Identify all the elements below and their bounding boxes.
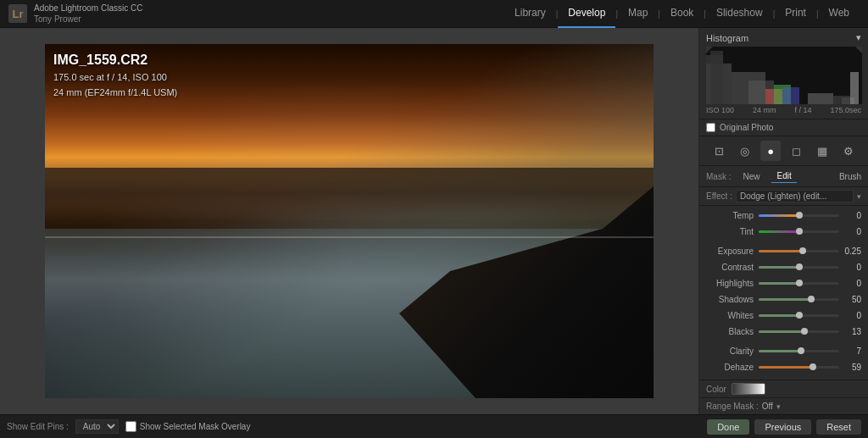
histogram-title: Histogram [706,33,748,43]
slider-tint-value: 0 [839,227,861,236]
tool-spot[interactable]: ◎ [735,141,755,161]
app-branding: Lr Adobe Lightroom Classic CC Tony Prowe… [8,3,142,25]
slider-shadows-value: 50 [839,295,861,304]
done-button[interactable]: Done [707,419,749,435]
effect-value[interactable]: Dodge (Lighten) (edit... [736,190,854,202]
histogram-stats: ISO 100 24 mm f / 14 175.0sec [706,106,861,114]
slider-blacks-label: Blacks [706,327,759,336]
slider-clarity-value: 7 [839,347,861,356]
slider-whites: Whites 0 [706,308,861,322]
tool-settings[interactable]: ⚙ [838,141,859,161]
nav-tabs: Library | Develop | Map | Book | Slidesh… [504,0,860,28]
slider-clarity-track[interactable] [759,350,839,352]
range-mask-row: Range Mask : Off ▾ [699,397,868,414]
slider-dehaze-label: Dehaze [706,363,759,372]
slider-highlights-value: 0 [839,279,861,288]
original-photo-checkbox[interactable] [706,123,715,132]
slider-tint-label: Tint [706,227,759,236]
tool-graduated[interactable]: ▦ [812,141,832,161]
sliders-section: Temp 0 Tint 0 Exposure [699,206,868,380]
histogram-section: Histogram ▾ [699,28,868,119]
range-mask-label: Range Mask : [706,402,759,411]
slider-clarity-label: Clarity [706,347,759,356]
slider-whites-track[interactable] [759,314,839,317]
slider-tint-track[interactable] [759,230,839,233]
tab-book[interactable]: Book [660,0,704,28]
slider-blacks-value: 13 [839,327,861,336]
svg-rect-12 [782,87,799,104]
slider-contrast-track[interactable] [759,266,839,269]
edit-pins-label: Show Edit Pins : [7,422,69,431]
slider-dehaze: Dehaze 59 [706,360,861,374]
slider-highlights-label: Highlights [706,279,759,288]
original-photo-row: Original Photo [699,119,868,136]
tab-library[interactable]: Library [504,0,556,28]
svg-rect-7 [710,51,723,104]
slider-highlights: Highlights 0 [706,276,861,290]
color-row: Color [699,380,868,397]
slider-temp-value: 0 [839,211,861,220]
slider-highlights-track[interactable] [759,282,839,285]
slider-shadows-track[interactable] [759,298,839,301]
mask-brush[interactable]: Brush [839,172,861,181]
slider-temp-track[interactable] [759,214,839,217]
svg-rect-16 [850,72,859,104]
tab-map[interactable]: Map [618,0,658,28]
histogram-chevron[interactable]: ▾ [856,32,861,43]
photo-filename: IMG_1559.CR2 [53,53,177,68]
bottom-left: Show Edit Pins : Auto Show Selected Mask… [7,419,250,434]
tab-develop[interactable]: Develop [558,0,615,28]
slider-blacks: Blacks 13 [706,324,861,338]
mask-tab-new[interactable]: New [737,170,765,183]
bottom-bar: Show Edit Pins : Auto Show Selected Mask… [0,414,868,438]
mask-overlay-label: Show Selected Mask Overlay [140,422,251,431]
mask-tab-edit[interactable]: Edit [771,169,796,183]
tool-redeye[interactable]: ◻ [787,141,807,161]
tool-crop[interactable]: ⊡ [709,141,729,161]
slider-tint: Tint 0 [706,225,861,238]
slider-dehaze-track[interactable] [759,366,839,369]
effect-dropdown[interactable]: ▾ [857,192,861,201]
slider-shadows-label: Shadows [706,295,759,304]
hist-iso: ISO 100 [706,106,734,114]
right-panel: Histogram ▾ [698,28,868,414]
photo-area: IMG_1559.CR2 175.0 sec at f / 14, ISO 10… [0,28,698,414]
slider-clarity: Clarity 7 [706,344,861,358]
user-name: Tony Prower [34,14,142,25]
hist-focal: 24 mm [753,106,776,114]
slider-blacks-track[interactable] [759,330,839,333]
histogram-header: Histogram ▾ [706,32,861,43]
tab-print[interactable]: Print [775,0,816,28]
color-label: Color [706,385,726,394]
slider-temp: Temp 0 [706,208,861,222]
slider-exposure-label: Exposure [706,247,759,256]
range-mask-dropdown[interactable]: ▾ [776,402,781,411]
mask-tabs: Mask : New Edit Brush [699,166,868,187]
slider-contrast-value: 0 [839,263,861,272]
mask-label: Mask : [706,172,731,181]
tool-row: ⊡ ◎ ● ◻ ▦ ⚙ [699,136,868,166]
effect-label: Effect : [706,191,732,201]
slider-exposure-track[interactable] [759,250,839,252]
histogram-canvas [706,47,862,104]
app-info: Adobe Lightroom Classic CC Tony Prower [34,3,142,25]
previous-button[interactable]: Previous [754,419,811,435]
svg-rect-13 [808,93,833,104]
edit-pins-select[interactable]: Auto [75,419,119,434]
photo-lens: 24 mm (EF24mm f/1.4L USM) [53,86,177,101]
tab-web[interactable]: Web [819,0,860,28]
color-swatch[interactable] [732,383,765,395]
reset-button[interactable]: Reset [816,419,861,435]
tab-slideshow[interactable]: Slideshow [706,0,773,28]
mask-overlay-checkbox[interactable] [125,421,136,432]
tool-masking[interactable]: ● [760,141,781,161]
photo-info: IMG_1559.CR2 175.0 sec at f / 14, ISO 10… [53,53,177,100]
slider-whites-value: 0 [839,311,861,320]
hist-aperture: f / 14 [794,106,811,114]
original-photo-label: Original Photo [720,123,773,132]
effect-row: Effect : Dodge (Lighten) (edit... ▾ [699,187,868,206]
slider-exposure-value: 0.25 [839,247,861,256]
mask-overlay-row: Show Selected Mask Overlay [125,421,251,432]
slider-whites-label: Whites [706,311,759,320]
slider-contrast-label: Contrast [706,263,759,272]
